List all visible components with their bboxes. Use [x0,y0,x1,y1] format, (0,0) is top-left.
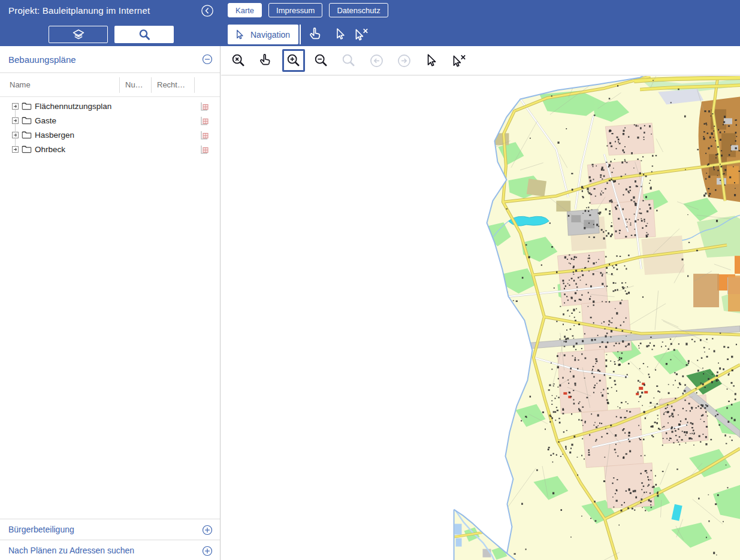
map-toolbar [221,46,740,75]
expand-section-icon[interactable] [201,524,213,536]
folder-icon [22,131,32,140]
clear-selection-button[interactable] [448,49,470,72]
navigation-label: Navigation [250,30,290,40]
column-header-nummer[interactable]: Nu… [120,77,152,93]
layer-label: Ohrbeck [35,145,65,154]
magnifier-icon [341,53,357,69]
tree-row-ohrbeck[interactable]: Ohrbeck [0,142,220,156]
search-button[interactable] [114,26,174,43]
tab-datenschutz[interactable]: Datenschutz [329,3,388,17]
layer-label: Flächennutzungsplan [35,102,111,111]
arrow-left-circle-icon [369,53,385,69]
cursor-x-icon [352,26,370,42]
expand-icon[interactable] [12,132,19,138]
hand-icon [258,53,274,69]
expand-section-icon[interactable] [201,545,213,557]
section-title: Bebauungspläne [8,55,76,65]
expand-icon[interactable] [12,146,19,153]
tab-impressum[interactable]: Impressum [268,3,322,17]
section-header-buergerbeteiligung[interactable]: Bürgerbeteiligung [0,519,220,540]
next-extent-button[interactable] [392,49,415,72]
cursor-icon [333,26,348,42]
navigation-mode-button[interactable]: Navigation [228,25,298,44]
section-header-bebauungsplaene[interactable]: Bebauungspläne [0,46,220,73]
select-button[interactable] [420,49,443,72]
expand-icon[interactable] [12,117,19,124]
layer-label: Gaste [35,116,56,125]
header-divider [300,25,301,44]
zoom-in-icon [286,53,302,69]
folder-icon [22,102,32,111]
arrow-right-circle-icon [396,53,412,69]
section-header-adresssuche[interactable]: Nach Plänen zu Adressen suchen [0,540,220,560]
clear-selection-tool[interactable] [352,26,370,43]
zoom-in-button[interactable] [282,49,305,72]
navigation-cursor-icon [234,29,246,41]
cursor-x-icon [450,53,468,68]
search-icon [137,28,152,42]
zoom-out-button[interactable] [310,49,333,72]
chevron-left-circle-icon [200,4,215,18]
folder-icon [22,145,32,154]
tab-karte[interactable]: Karte [228,3,262,17]
cursor-icon [424,53,439,68]
tree-row-gaste[interactable]: Gaste [0,113,220,128]
layer-tree: Flächennutzungsplan Gaste [0,97,220,156]
plan-document-icon[interactable] [200,144,209,155]
tree-row-flaechennutzungsplan[interactable]: Flächennutzungsplan [0,99,220,113]
plan-document-icon[interactable] [200,101,209,111]
map-canvas[interactable] [221,76,740,560]
zoom-window-button[interactable] [337,49,360,72]
plan-document-icon[interactable] [200,130,209,140]
map-image [221,76,740,560]
folder-icon [22,116,32,125]
header-nav: Karte Impressum Datenschutz [228,3,388,17]
layers-icon [71,28,86,42]
column-header-rechtsstand[interactable]: Recht… [152,77,195,93]
map-pane [221,46,740,560]
column-header-name[interactable]: Name [0,77,120,93]
pan-button[interactable] [255,49,277,72]
expand-icon[interactable] [12,103,19,110]
layer-table-header: Name Nu… Recht… [0,73,220,97]
collapse-section-icon[interactable] [201,53,213,65]
tree-row-hasbergen[interactable]: Hasbergen [0,128,220,142]
plus-circle-icon [201,524,213,536]
section-title: Nach Plänen zu Adressen suchen [8,546,134,555]
app-header: Projekt: Bauleitplanung im Internet Kart… [0,0,740,46]
plus-circle-icon [201,545,213,557]
hand-icon [308,26,325,43]
previous-extent-button[interactable] [365,49,388,72]
gis-application: Projekt: Bauleitplanung im Internet Kart… [0,0,740,560]
sidebar-collapsed-sections: Bürgerbeteiligung Nach Plänen zu Adresse… [0,519,220,560]
zoom-full-extent-button[interactable] [227,49,250,72]
zoom-extent-icon [231,53,247,69]
layer-label: Hasbergen [35,131,74,140]
pan-hand-tool[interactable] [308,26,326,43]
plan-document-icon[interactable] [200,116,209,126]
page-title: Projekt: Bauleitplanung im Internet [8,5,150,16]
sidebar: Bebauungspläne Name Nu… Recht… [0,46,221,560]
collapse-header-button[interactable] [200,4,215,18]
section-title: Bürgerbeteiligung [8,525,74,534]
select-tool[interactable] [333,26,351,43]
layers-button[interactable] [49,26,108,43]
minus-circle-icon [201,53,213,65]
zoom-out-icon [313,53,330,69]
